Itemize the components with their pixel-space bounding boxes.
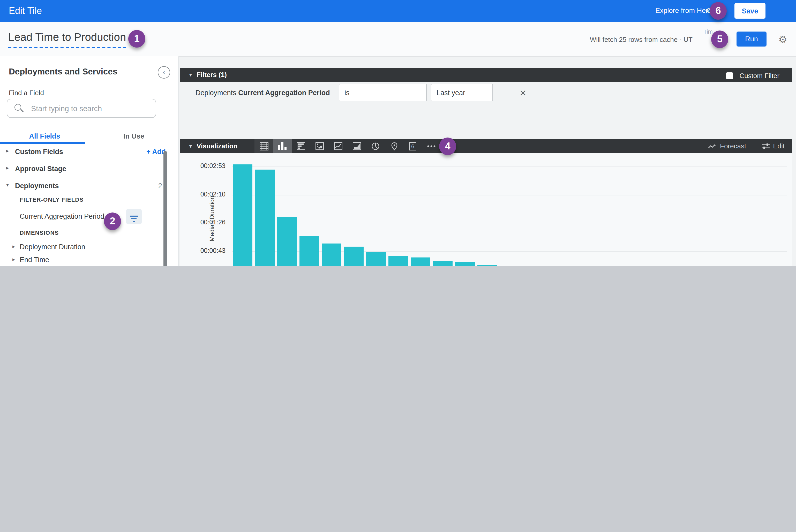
sidebar-group-approval-stage[interactable]: ▸Approval Stage	[0, 161, 179, 176]
field-search-box	[7, 99, 156, 118]
y-axis-tick-label: 00:02:10	[189, 191, 225, 198]
viz-actions: Forecast Edit	[708, 139, 784, 153]
divider	[0, 177, 179, 177]
collapse-caret-icon[interactable]: ▼	[188, 144, 193, 149]
custom-filter-control: Custom Filter	[726, 71, 780, 80]
area-viz-icon[interactable]	[348, 139, 366, 153]
run-button[interactable]: Run	[737, 32, 766, 46]
annotation-badge-1: 1	[128, 30, 145, 48]
bar[interactable]	[433, 261, 452, 266]
svg-text:6: 6	[411, 143, 414, 149]
caret-icon: ▸	[6, 165, 9, 171]
bar-viz-icon[interactable]	[292, 139, 310, 153]
settings-gear-icon[interactable]: ⚙	[775, 34, 790, 45]
visualization-panel-header[interactable]: ▼ Visualization 6 Forecast Edit	[180, 139, 792, 153]
forecast-button[interactable]: Forecast	[708, 142, 746, 150]
explore-name: Deployments and Services	[9, 67, 117, 77]
bar[interactable]	[344, 247, 364, 266]
tile-title[interactable]: Lead Time to Production	[8, 31, 126, 48]
collapse-sidebar-icon[interactable]: ‹	[158, 66, 170, 79]
field-label: Deployment Duration	[20, 243, 85, 251]
y-axis-tick-label: 00:01:26	[189, 219, 225, 226]
bar[interactable]	[299, 235, 319, 266]
column-viz-icon[interactable]	[273, 139, 292, 153]
dimensions-label: DIMENSIONS	[0, 226, 179, 241]
search-icon	[15, 104, 21, 111]
collapse-caret-icon[interactable]: ▼	[188, 72, 193, 78]
bar[interactable]	[455, 262, 475, 266]
field-current-aggregation-period[interactable]: Current Aggregation Period	[0, 208, 179, 226]
pie-viz-icon[interactable]	[366, 139, 385, 153]
y-axis-tick-label: 00:02:53	[189, 162, 225, 170]
edit-viz-button[interactable]: Edit	[762, 142, 784, 150]
dimension-end-time[interactable]: ▸End Time	[0, 254, 179, 266]
sidebar-scrollbar[interactable]	[163, 151, 167, 266]
gridline	[232, 195, 787, 195]
annotation-badge-6: 6	[710, 2, 727, 20]
sidebar-tabs: All Fields In Use	[0, 129, 179, 144]
single-value-viz-icon[interactable]: 6	[403, 139, 422, 153]
annotation-badge-2: 2	[104, 212, 121, 230]
dimension-deployment-duration[interactable]: ▸Deployment Duration	[0, 241, 179, 254]
sliders-icon	[762, 143, 770, 149]
save-button[interactable]: Save	[735, 3, 765, 19]
group-field-count: 2	[158, 182, 162, 190]
bar[interactable]	[477, 265, 497, 266]
forecast-icon	[708, 143, 716, 149]
y-axis-tick-label: 00:00:43	[189, 247, 225, 254]
bar[interactable]	[322, 243, 341, 266]
caret-icon: ▾	[6, 182, 9, 188]
custom-filter-label: Custom Filter	[739, 72, 779, 80]
group-label: Deployments	[15, 182, 59, 190]
explore-from-here-link[interactable]: Explore from Here	[655, 7, 712, 15]
filter-value-input[interactable]	[431, 84, 493, 101]
edit-tile-window: Edit Tile Explore from Here C Save Lead …	[0, 0, 796, 266]
custom-filter-checkbox[interactable]	[726, 72, 733, 79]
caret-icon: ▸	[6, 148, 9, 154]
map-viz-icon[interactable]	[385, 139, 403, 153]
divider	[0, 160, 179, 160]
more-viz-icon[interactable]	[422, 139, 441, 153]
filters-title: Filters (1)	[197, 71, 227, 79]
field-label: Current Aggregation Period	[20, 212, 104, 220]
visualization-title: Visualization	[197, 142, 237, 150]
filter-field-label: Deployments Current Aggregation Period	[196, 89, 330, 97]
fetch-info-text: Will fetch 25 rows from cache · UT	[590, 36, 692, 43]
caret-icon: ▸	[13, 257, 15, 262]
gridline	[232, 167, 787, 167]
annotation-badge-4: 4	[439, 137, 456, 155]
field-picker-sidebar: Deployments and Services ‹ Find a Field …	[0, 56, 179, 266]
bar[interactable]	[255, 170, 275, 266]
bar[interactable]	[411, 258, 430, 266]
tab-all-fields[interactable]: All Fields	[0, 129, 89, 144]
bar[interactable]	[388, 256, 408, 266]
field-list: ▸Custom Fields+ Add▸Approval Stage▾Deplo…	[0, 144, 179, 266]
add-custom-field-button[interactable]: + Add	[146, 148, 166, 156]
tab-in-use[interactable]: In Use	[89, 129, 179, 144]
annotation-badge-5: 5	[711, 31, 728, 48]
sidebar-group-custom-fields[interactable]: ▸Custom Fields+ Add	[0, 144, 179, 159]
bar[interactable]	[366, 252, 386, 266]
line-viz-icon[interactable]	[329, 139, 348, 153]
window-title: Edit Tile	[9, 6, 42, 17]
group-label: Approval Stage	[15, 165, 66, 173]
scatter-viz-icon[interactable]	[310, 139, 329, 153]
filters-panel-header[interactable]: ▼ Filters (1) Custom Filter	[180, 68, 792, 82]
bar[interactable]	[277, 217, 297, 266]
bar-chart: Median Duration 00:02:5300:02:1000:01:26…	[180, 153, 792, 266]
field-search-input[interactable]	[30, 100, 154, 117]
filter-by-field-button[interactable]	[126, 209, 142, 224]
filter-operator-input[interactable]	[339, 84, 427, 101]
remove-filter-icon[interactable]: ✕	[516, 88, 530, 99]
tile-header: Lead Time to Production Tim Will fetch 2…	[0, 22, 796, 57]
caret-icon: ▸	[13, 244, 15, 249]
find-a-field-label: Find a Field	[9, 89, 44, 97]
filter-icon	[130, 215, 138, 217]
viz-type-toolbar: 6	[255, 139, 441, 153]
field-label: End Time	[20, 256, 49, 264]
explore-main-area: ▼ Filters (1) Custom Filter Deployments …	[179, 56, 796, 266]
timezone-dropdown[interactable]: Tim	[703, 28, 713, 35]
table-viz-icon[interactable]	[255, 139, 273, 153]
bar[interactable]	[233, 165, 253, 266]
sidebar-group-deployments[interactable]: ▾Deployments2	[0, 178, 179, 193]
